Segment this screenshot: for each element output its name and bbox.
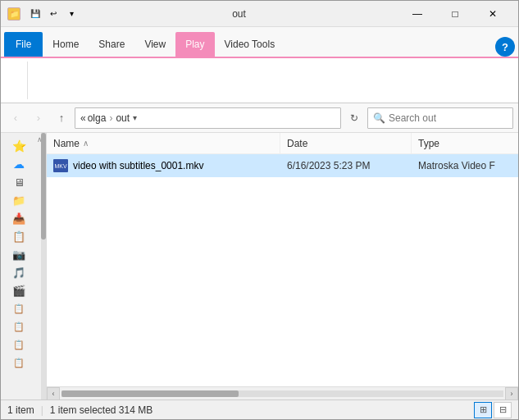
up-button[interactable]: ↑ [52, 108, 71, 128]
selection-info: 1 item selected 314 MB [50, 404, 153, 416]
sidebar-item-music[interactable]: 🎵 [2, 264, 35, 281]
tab-play[interactable]: Play [175, 32, 214, 57]
app-icon: 📁 [7, 7, 20, 21]
scroll-left-button[interactable]: ‹ [47, 387, 60, 400]
sidebar-scrollbar[interactable] [41, 133, 46, 399]
scroll-thumb [61, 390, 239, 397]
help-button[interactable]: ? [495, 37, 515, 57]
qat-save[interactable]: 💾 [27, 6, 43, 22]
table-row[interactable]: MKV video with subtitles_0001.mkv 6/16/2… [47, 154, 518, 177]
navigation-bar: ‹ › ↑ « olga › out ▾ ↻ 🔍 [1, 103, 518, 133]
ribbon-group-1 [7, 62, 28, 99]
view-detail-button[interactable]: ⊞ [474, 402, 492, 418]
search-bar[interactable]: 🔍 [367, 107, 513, 129]
window-controls: — □ ✕ [398, 1, 512, 27]
status-bar: 1 item | 1 item selected 314 MB ⊞ ⊟ [1, 399, 518, 419]
title-bar: 📁 💾 ↩ ▾ out — □ ✕ [1, 1, 518, 27]
window-title: out [80, 8, 398, 20]
maximize-button[interactable]: □ [436, 1, 474, 27]
file-list-header: Name ∧ Date Type [47, 133, 518, 154]
column-header-type[interactable]: Type [412, 133, 518, 153]
sidebar-content: ⭐ ☁ 🖥 📁 📥 📋 📷 🎵 🎬 📋 📋 📋 📋 [1, 133, 46, 399]
sidebar-item-folder3[interactable]: 📋 [2, 228, 35, 244]
tab-home[interactable]: Home [43, 32, 89, 57]
sidebar-items: ⭐ ☁ 🖥 📁 📥 📋 📷 🎵 🎬 📋 📋 📋 📋 [1, 136, 46, 372]
quick-access-toolbar: 💾 ↩ ▾ [27, 6, 80, 22]
view-toggle: ⊞ ⊟ [474, 402, 512, 418]
sidebar-item-item4[interactable]: 📋 [2, 354, 35, 371]
search-icon: 🔍 [373, 112, 385, 124]
search-input[interactable] [389, 112, 512, 124]
column-header-name[interactable]: Name ∧ [47, 133, 280, 153]
sidebar-item-item3[interactable]: 📋 [2, 336, 35, 353]
breadcrumb: « olga › out [80, 112, 130, 124]
address-dropdown-arrow[interactable]: ▾ [133, 113, 137, 122]
breadcrumb-start[interactable]: « [80, 112, 86, 124]
file-list: MKV video with subtitles_0001.mkv 6/16/2… [47, 154, 518, 386]
qat-undo[interactable]: ↩ [45, 6, 61, 22]
file-pane: Name ∧ Date Type MKV video with subtitle… [47, 133, 518, 399]
sidebar: ∧ ⭐ ☁ 🖥 📁 📥 📋 📷 🎵 🎬 📋 📋 📋 📋 [1, 133, 47, 399]
sidebar-item-cloud[interactable]: ☁ [2, 156, 35, 172]
ribbon-content [1, 57, 518, 103]
scroll-track[interactable] [61, 390, 503, 397]
title-bar-icons: 📁 [7, 7, 20, 21]
column-header-date[interactable]: Date [280, 133, 412, 153]
address-bar[interactable]: « olga › out ▾ [75, 107, 341, 129]
forward-button[interactable]: › [29, 108, 48, 128]
ribbon-tab-bar: File Home Share View Play Video Tools ? [1, 27, 518, 57]
sort-arrow-name: ∧ [83, 139, 89, 148]
item-count: 1 item [7, 404, 34, 416]
breadcrumb-out[interactable]: out [116, 112, 130, 124]
main-area: ∧ ⭐ ☁ 🖥 📁 📥 📋 📷 🎵 🎬 📋 📋 📋 📋 [1, 133, 518, 399]
qat-dropdown[interactable]: ▾ [63, 6, 80, 22]
horizontal-scrollbar[interactable]: ‹ › [47, 386, 518, 399]
refresh-button[interactable]: ↻ [344, 108, 364, 128]
minimize-button[interactable]: — [398, 1, 436, 27]
tab-file[interactable]: File [4, 32, 43, 57]
file-type-cell: Matroska Video F [412, 160, 518, 171]
sidebar-item-video[interactable]: 🎬 [2, 282, 35, 299]
breadcrumb-olga[interactable]: olga [88, 112, 107, 124]
tab-share[interactable]: Share [89, 32, 134, 57]
close-button[interactable]: ✕ [474, 1, 512, 27]
sidebar-item-folder2[interactable]: 📥 [2, 210, 35, 226]
file-icon: MKV [53, 159, 68, 172]
sidebar-item-folder4[interactable]: 📷 [2, 246, 35, 262]
sidebar-item-item1[interactable]: 📋 [2, 300, 35, 317]
scroll-right-button[interactable]: › [505, 387, 518, 400]
sidebar-item-desktop[interactable]: 🖥 [2, 174, 35, 190]
tab-view[interactable]: View [134, 32, 175, 57]
sidebar-item-quick-access[interactable]: ⭐ [2, 138, 35, 154]
sidebar-item-item2[interactable]: 📋 [2, 318, 35, 335]
sidebar-scrollbar-thumb [41, 133, 46, 240]
sidebar-item-folder1[interactable]: 📁 [2, 192, 35, 208]
view-icon-button[interactable]: ⊟ [494, 402, 512, 418]
file-date-cell: 6/16/2023 5:23 PM [280, 160, 412, 171]
file-name: video with subtitles_0001.mkv [73, 160, 203, 171]
back-button[interactable]: ‹ [6, 108, 25, 128]
tab-video-tools[interactable]: Video Tools [215, 32, 285, 57]
ribbon: File Home Share View Play Video Tools ? [1, 27, 518, 103]
file-name-cell: MKV video with subtitles_0001.mkv [47, 159, 280, 172]
